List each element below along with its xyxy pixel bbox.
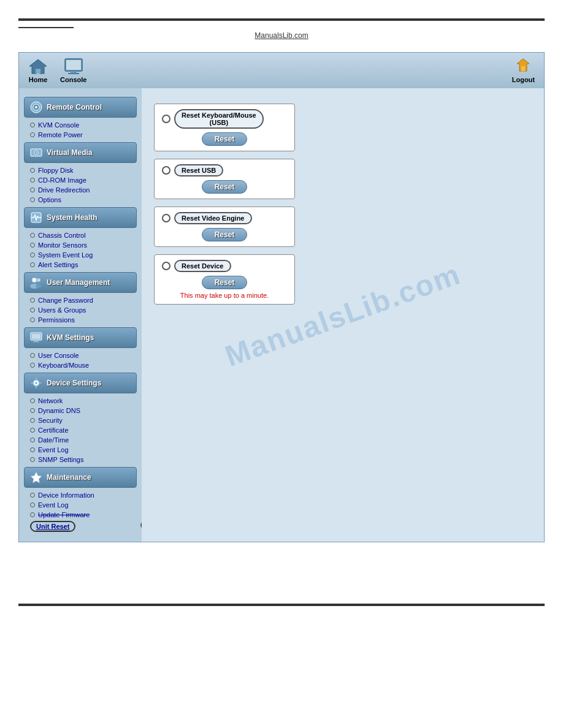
maintenance-label: Maintenance [47,473,91,482]
bullet-icon [30,512,35,517]
svg-rect-22 [33,342,40,343]
bullet-icon [30,502,35,507]
radio-ve[interactable] [162,214,170,222]
bullet-icon [30,438,35,442]
svg-rect-26 [36,386,37,389]
device-settings-items: Network Dynamic DNS Security Certif [19,396,142,464]
sidebar-item-chassis-control[interactable]: Chassis Control [30,230,137,240]
reset-box-header-ve: Reset Video Engine [162,212,287,224]
console-icon [64,58,83,75]
sidebar-item-change-password[interactable]: Change Password [30,295,137,305]
top-nav: Home Console [19,53,544,88]
logout-label: Logout [512,76,535,83]
nav-console[interactable]: Console [60,58,86,83]
sidebar-item-monitor-sensors[interactable]: Monitor Sensors [30,240,137,250]
reset-box-header-usb: Reset USB [162,164,287,176]
kvm-settings-icon [29,331,43,344]
sidebar-section-system-health[interactable]: System Health [24,207,137,228]
reset-box-header-km: Reset Keyboard/Mouse (USB) [162,109,287,129]
sidebar-section-device-settings[interactable]: Device Settings [24,373,137,393]
sidebar-item-kvm-console[interactable]: KVM Console [30,120,137,130]
bottom-border [18,604,545,606]
bullet-icon [30,428,35,433]
svg-point-18 [36,284,42,288]
nav-logout[interactable]: Logout [512,58,535,83]
virtual-media-icon [29,146,43,159]
sidebar-item-floppy-disk[interactable]: Floppy Disk [30,165,137,175]
bullet-icon [30,252,35,257]
header-link[interactable]: ManualsLib.com [255,31,308,40]
radio-usb[interactable] [162,166,170,175]
header-link-area: ManualsLib.com [18,31,545,40]
sidebar-section-kvm-settings[interactable]: KVM Settings [24,327,137,348]
sidebar-item-keyboard-mouse[interactable]: Keyboard/Mouse [30,360,137,370]
bullet-icon [30,168,35,173]
reset-note-device: This may take up to a minute. [162,292,287,299]
sidebar-item-network[interactable]: Network [30,396,137,406]
content-area: Remote Control KVM Console Remote Power [19,88,544,542]
main-container: Home Console [18,52,545,542]
nav-home[interactable]: Home [28,58,48,83]
sidebar-item-event-log-maint[interactable]: Event Log [30,500,137,510]
bullet-icon [30,398,35,403]
sidebar-item-options[interactable]: Options [30,195,137,205]
reset-button-usb[interactable]: Reset [202,180,248,194]
user-management-icon [29,276,43,289]
bullet-icon [30,353,35,358]
sidebar-item-cdrom-image[interactable]: CD-ROM Image [30,175,137,185]
home-icon [28,58,48,75]
svg-rect-25 [36,377,37,380]
sidebar-item-unit-reset[interactable]: Unit Reset [30,520,137,533]
virtual-media-label: Virtual Media [47,148,92,157]
logout-icon [515,58,532,75]
sidebar-item-drive-redirection[interactable]: Drive Redirection [30,185,137,195]
reset-box-video-engine: Reset Video Engine Reset [154,207,295,247]
svg-rect-21 [34,341,39,342]
svg-rect-27 [31,382,33,384]
maintenance-items: Device Information Event Log Update Firm… [19,490,142,533]
sidebar-section-remote-control[interactable]: Remote Control [24,97,137,118]
bullet-icon [30,233,35,238]
bullet-icon [30,197,35,202]
sidebar-item-datetime[interactable]: Date/Time [30,435,137,445]
system-health-label: System Health [47,213,98,222]
sidebar-item-alert-settings[interactable]: Alert Settings [30,260,137,270]
sidebar-item-update-firmware[interactable]: Update Firmware [30,510,137,520]
reset-button-ve[interactable]: Reset [202,228,248,241]
bullet-icon [30,123,35,127]
sidebar-item-permissions[interactable]: Permissions [30,315,137,325]
svg-rect-4 [71,71,77,73]
sidebar-item-device-information[interactable]: Device Information [30,490,137,500]
reset-button-device[interactable]: Reset [202,276,248,289]
sidebar-item-security[interactable]: Security [30,415,137,425]
kvm-settings-items: User Console Keyboard/Mouse [19,351,142,370]
sidebar-item-certificate[interactable]: Certificate [30,425,137,435]
sidebar-section-user-management[interactable]: User Management [24,272,137,293]
sidebar-item-users-groups[interactable]: Users & Groups [30,305,137,315]
sidebar-item-dynamic-dns[interactable]: Dynamic DNS [30,406,137,415]
footer-spacer [0,555,563,604]
reset-box-device: Reset Device Reset This may take up to a… [154,254,295,305]
svg-rect-28 [39,382,42,384]
unit-reset-oval[interactable]: Unit Reset [30,521,75,532]
sidebar-item-system-event-log[interactable]: System Event Log [30,250,137,260]
radio-km[interactable] [162,115,170,123]
radio-device[interactable] [162,262,170,270]
svg-rect-1 [36,69,40,74]
bullet-icon [30,408,35,413]
svg-rect-7 [521,66,525,71]
remote-control-label: Remote Control [47,103,102,112]
reset-label-ve: Reset Video Engine [174,212,252,224]
sidebar-item-event-log-dev[interactable]: Event Log [30,445,137,455]
sidebar-item-remote-power[interactable]: Remote Power [30,130,137,140]
bullet-icon [30,317,35,322]
sidebar-section-maintenance[interactable]: Maintenance [24,467,137,488]
sidebar-item-snmp-settings[interactable]: SNMP Settings [30,455,137,464]
device-settings-icon [29,376,43,390]
system-health-items: Chassis Control Monitor Sensors System E… [19,230,142,270]
reset-button-km[interactable]: Reset [202,132,248,146]
sidebar-section-virtual-media[interactable]: Virtual Media [24,142,137,163]
sidebar-item-user-console[interactable]: User Console [30,351,137,360]
reset-label-usb: Reset USB [174,164,223,176]
shell: Home Console [19,53,544,542]
